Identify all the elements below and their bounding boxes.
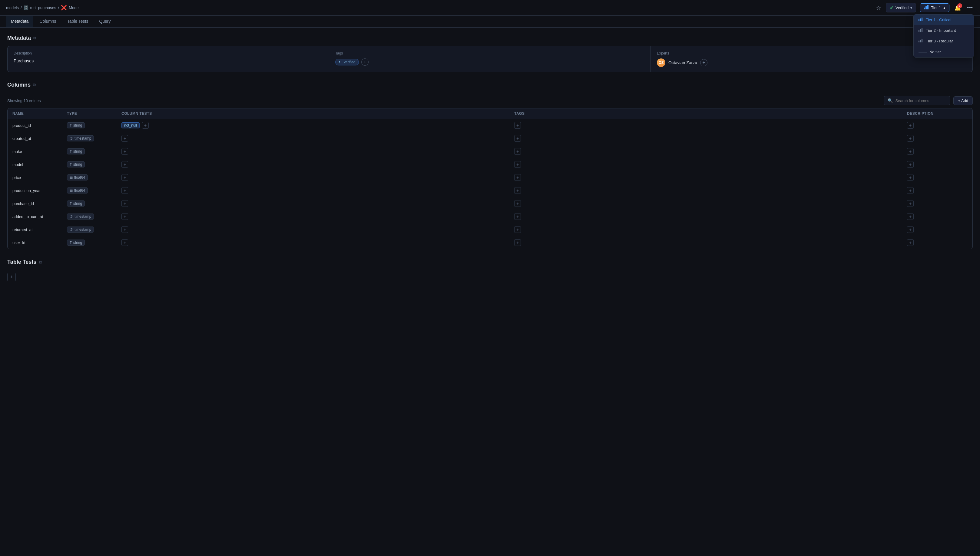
add-desc-returned-at[interactable]: +: [907, 226, 914, 233]
notification-badge: 1: [957, 3, 962, 8]
add-tag-product-id[interactable]: +: [514, 122, 521, 129]
add-test-user-id[interactable]: +: [121, 239, 128, 246]
add-desc-make[interactable]: +: [907, 148, 914, 155]
table-row: make Tstring + + +: [8, 145, 972, 158]
search-columns-field[interactable]: 🔍: [884, 96, 950, 105]
add-desc-user-id[interactable]: +: [907, 239, 914, 246]
add-test-returned-at[interactable]: +: [121, 226, 128, 233]
copy-icon[interactable]: ⧉: [33, 36, 36, 40]
star-button[interactable]: ☆: [875, 3, 882, 13]
tier-menu-notier[interactable]: — — No tier: [914, 46, 974, 57]
add-expert-button[interactable]: +: [700, 59, 707, 66]
add-tag-button[interactable]: +: [361, 58, 368, 66]
col-name-production-year: production_year: [13, 188, 67, 193]
tier3-bar-icon: [919, 39, 923, 43]
add-tag-returned-at[interactable]: +: [514, 226, 521, 233]
table-row: product_id Tstring not_null + + +: [8, 119, 972, 132]
tier-menu-important[interactable]: Tier 2 - Important: [914, 25, 974, 36]
col-tags-user-id: +: [514, 239, 907, 246]
svg-rect-7: [920, 29, 921, 32]
col-tags-model: +: [514, 161, 907, 168]
add-desc-product-id[interactable]: +: [907, 122, 914, 129]
tab-metadata[interactable]: Metadata: [6, 16, 33, 27]
add-test-purchase-id[interactable]: +: [121, 200, 128, 207]
expert-name: Octavian Zarzu: [668, 60, 697, 65]
add-tag-created-at[interactable]: +: [514, 135, 521, 142]
add-tag-added-to-cart[interactable]: +: [514, 213, 521, 220]
add-tag-purchase-id[interactable]: +: [514, 200, 521, 207]
table-header-row: Name Type Column Tests Tags Description: [8, 108, 972, 119]
col-type-price: ▦float64: [67, 175, 121, 181]
tier3-label: Tier 3 - Regular: [926, 39, 953, 43]
tab-table-tests[interactable]: Table Tests: [62, 16, 93, 27]
add-column-button[interactable]: + Add: [953, 96, 973, 105]
col-name-added-to-cart: added_to_cart_at: [13, 214, 67, 219]
add-test-production-year[interactable]: +: [121, 187, 128, 194]
add-test-created-at[interactable]: +: [121, 135, 128, 142]
svg-rect-10: [920, 40, 921, 42]
tier-menu-critical[interactable]: Tier 1 - Critical: [914, 15, 974, 25]
columns-copy-icon[interactable]: ⧉: [33, 82, 36, 87]
add-desc-added-to-cart[interactable]: +: [907, 213, 914, 220]
table-tests-copy-icon[interactable]: ⧉: [39, 260, 42, 265]
add-tag-make[interactable]: +: [514, 148, 521, 155]
table-row: returned_at ⏱timestamp + + +: [8, 223, 972, 236]
col-tags-product-id: +: [514, 122, 907, 129]
col-tags-purchase-id: +: [514, 200, 907, 207]
add-desc-created-at[interactable]: +: [907, 135, 914, 142]
tag-icon: 🏷: [339, 60, 342, 64]
col-desc-created-at: +: [907, 135, 967, 142]
tab-columns[interactable]: Columns: [34, 16, 61, 27]
search-columns-input[interactable]: [895, 99, 946, 103]
notifications-button[interactable]: 🔔 1: [953, 3, 962, 13]
breadcrumb-models[interactable]: models: [6, 5, 19, 10]
description-label: Description: [14, 51, 323, 55]
col-tags-returned-at: +: [514, 226, 907, 233]
add-tag-model[interactable]: +: [514, 161, 521, 168]
tier-menu-regular[interactable]: Tier 3 - Regular: [914, 36, 974, 46]
table-row: purchase_id Tstring + + +: [8, 197, 972, 210]
col-name-purchase-id: purchase_id: [13, 201, 67, 206]
more-options-button[interactable]: •••: [966, 3, 974, 12]
col-desc-user-id: +: [907, 239, 967, 246]
table-row: added_to_cart_at ⏱timestamp + + +: [8, 210, 972, 223]
tag-verified: 🏷 verified: [335, 59, 359, 65]
add-table-test-button[interactable]: +: [7, 273, 16, 281]
col-type-model: Tstring: [67, 162, 121, 168]
svg-rect-1: [925, 6, 927, 10]
add-desc-price[interactable]: +: [907, 174, 914, 181]
no-tier-dash-icon: — —: [919, 49, 927, 54]
tab-query[interactable]: Query: [94, 16, 115, 27]
add-test-product-id[interactable]: +: [142, 122, 149, 129]
expert-avatar: OZ: [657, 58, 665, 67]
add-tag-user-id[interactable]: +: [514, 239, 521, 246]
tags-section: Tags 🏷 verified +: [329, 46, 651, 72]
add-test-model[interactable]: +: [121, 161, 128, 168]
breadcrumb-mrt[interactable]: mrt_purchases: [30, 5, 57, 10]
add-desc-model[interactable]: +: [907, 161, 914, 168]
breadcrumb-model[interactable]: Model: [69, 5, 79, 10]
tier-dropdown-button[interactable]: Tier 1 ▴: [920, 3, 949, 12]
verified-badge[interactable]: ✔ Verified ▾: [886, 3, 916, 13]
model-icon: ❌: [61, 5, 67, 11]
table-tests-title: Table Tests: [7, 259, 36, 265]
col-tests-purchase-id: +: [121, 200, 514, 207]
table-tests-header: Table Tests ⧉: [7, 259, 973, 265]
add-test-added-to-cart[interactable]: +: [121, 213, 128, 220]
table-row: model Tstring + + +: [8, 158, 972, 171]
th-column-tests: Column Tests: [121, 112, 514, 116]
col-tests-model: +: [121, 161, 514, 168]
expert-row: OZ Octavian Zarzu +: [657, 58, 966, 67]
col-type-added-to-cart: ⏱timestamp: [67, 213, 121, 220]
add-desc-production-year[interactable]: +: [907, 187, 914, 194]
col-name-price: price: [13, 175, 67, 180]
add-tag-production-year[interactable]: +: [514, 187, 521, 194]
add-test-price[interactable]: +: [121, 174, 128, 181]
col-type-purchase-id: Tstring: [67, 200, 121, 207]
th-tags: Tags: [514, 112, 907, 116]
topbar: models / 🗄️ mrt_purchases / ❌ Model ☆ ✔ …: [0, 0, 980, 16]
svg-rect-2: [927, 5, 928, 10]
add-desc-purchase-id[interactable]: +: [907, 200, 914, 207]
add-test-make[interactable]: +: [121, 148, 128, 155]
add-tag-price[interactable]: +: [514, 174, 521, 181]
